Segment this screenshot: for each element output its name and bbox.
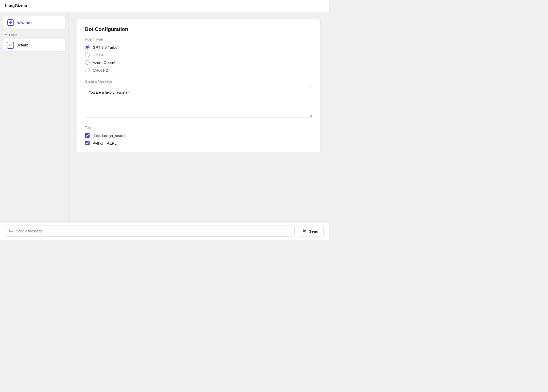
tools-label: Tools	[85, 126, 312, 130]
radio-label-azure: Azure OpenAI	[93, 60, 116, 65]
radio-input-gpt35[interactable]	[85, 45, 90, 49]
radio-label-gpt35: GPT 3.5 Turbo	[93, 45, 117, 49]
system-message-section: System Message You are a helpful assista…	[85, 79, 312, 118]
radio-input-azure[interactable]	[85, 60, 90, 65]
radio-input-gpt4[interactable]	[85, 53, 90, 57]
config-card: Bot Configuration Agent Type GPT 3.5 Tur…	[77, 19, 321, 153]
send-label: Send	[309, 229, 318, 233]
radio-label-gpt4: GPT 4	[93, 53, 104, 57]
checkbox-label-duckduckgo: duckduckgo_search	[93, 133, 126, 138]
send-button[interactable]: Send	[298, 226, 324, 236]
radio-label-claude2: Claude 2	[93, 68, 108, 72]
message-input-wrapper	[5, 226, 295, 237]
checkbox-label-python-repl: Python_REPL	[93, 141, 116, 145]
radio-gpt35[interactable]: GPT 3.5 Turbo	[85, 45, 312, 49]
radio-azure[interactable]: Azure OpenAI	[85, 60, 312, 65]
bot-item-default[interactable]: D Default	[3, 39, 65, 52]
bottom-bar: Send	[0, 222, 329, 240]
sidebar: New Bot Your Bots D Default	[0, 12, 68, 222]
header: LangGizmo	[0, 0, 329, 12]
app-title: LangGizmo	[5, 4, 27, 8]
main-layout: New Bot Your Bots D Default Bot Configur…	[0, 12, 329, 222]
agent-type-label: Agent Type	[85, 37, 312, 41]
send-arrow-icon	[303, 229, 307, 234]
checkbox-python-repl[interactable]: Python_REPL	[85, 141, 312, 145]
tools-list: duckduckgo_search Python_REPL	[85, 133, 312, 145]
message-input[interactable]	[16, 229, 291, 233]
system-message-textarea[interactable]: You are a helpful assistant.	[85, 87, 312, 117]
agent-type-group: GPT 3.5 Turbo GPT 4 Azure OpenAI Claude …	[85, 45, 312, 72]
checkbox-duckduckgo[interactable]: duckduckgo_search	[85, 133, 312, 138]
plus-icon	[7, 19, 14, 26]
system-message-label: System Message	[85, 79, 312, 83]
main-content: Bot Configuration Agent Type GPT 3.5 Tur…	[68, 12, 329, 222]
your-bots-label: Your Bots	[3, 33, 65, 37]
radio-claude2[interactable]: Claude 2	[85, 68, 312, 72]
checkbox-input-duckduckgo[interactable]	[85, 133, 90, 138]
config-title: Bot Configuration	[85, 26, 312, 32]
bot-name-default: Default	[16, 43, 28, 47]
chat-icon	[9, 228, 13, 234]
radio-gpt4[interactable]: GPT 4	[85, 53, 312, 57]
tools-section: Tools duckduckgo_search Python_REPL	[85, 126, 312, 145]
new-bot-label: New Bot	[16, 21, 32, 25]
radio-input-claude2[interactable]	[85, 68, 90, 72]
checkbox-input-python-repl[interactable]	[85, 141, 90, 145]
new-bot-button[interactable]: New Bot	[3, 16, 65, 29]
bot-avatar-default: D	[7, 42, 14, 49]
